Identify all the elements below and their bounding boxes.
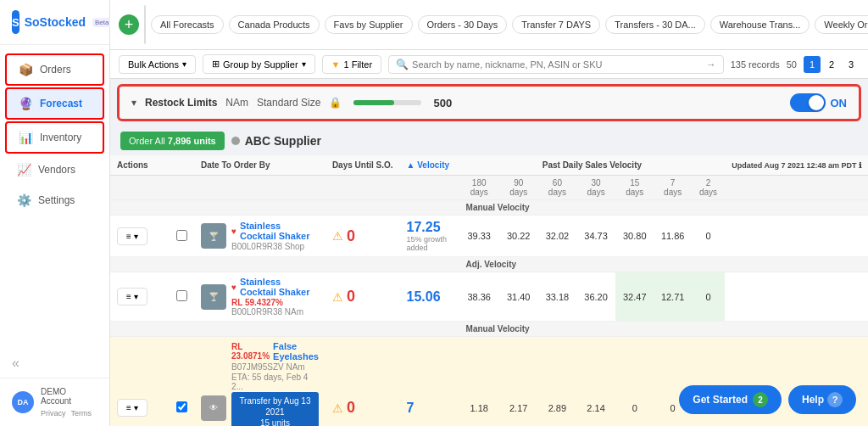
row3-end bbox=[725, 322, 868, 337]
warehouse-trans-tab[interactable]: Warehouse Trans... bbox=[710, 15, 810, 34]
row3-actions: ≡ ▾ bbox=[110, 337, 170, 427]
row2-thumb: 🍸 bbox=[201, 284, 226, 310]
order-all-units: 7,896 units bbox=[168, 136, 216, 146]
transfer-button[interactable]: Transfer by Aug 13 202115 units bbox=[231, 392, 319, 426]
page-1[interactable]: 1 bbox=[804, 56, 821, 73]
add-button[interactable]: + bbox=[119, 14, 139, 35]
days-180: 180 days bbox=[459, 176, 499, 200]
group-by-button[interactable]: ⊞ Group by Supplier ▾ bbox=[203, 54, 315, 74]
sidebar-item-forecast[interactable]: 🔮 Forecast bbox=[5, 87, 104, 120]
row1-90: 30.22 bbox=[499, 216, 538, 257]
order-all-button[interactable]: Order All 7,896 units bbox=[120, 132, 225, 150]
row1-product: 🍸 ♥ Stainless Cocktail Shaker B00L0R9R38… bbox=[194, 216, 326, 257]
row3-action-btns: Transfer by Aug 13 202115 units Order by… bbox=[231, 392, 319, 426]
group-by-chevron: ▾ bbox=[302, 59, 306, 69]
restock-label: Restock Limits bbox=[145, 97, 217, 109]
row2-zero: 0 bbox=[347, 288, 355, 305]
help-question-icon: ? bbox=[827, 392, 843, 407]
forecast-icon: 🔮 bbox=[19, 97, 33, 110]
row1-heart: ♥ bbox=[231, 227, 236, 236]
all-forecasts-tab[interactable]: All Forecasts bbox=[151, 15, 224, 34]
main-content: + Orders by Supplier ▾ All Forecasts Can… bbox=[110, 0, 868, 426]
settings-icon: ⚙️ bbox=[17, 193, 31, 207]
row2-asin: RL 59.4327% B00L0R9R38 NAm bbox=[231, 298, 319, 317]
row2-warning-icon: ⚠ bbox=[332, 290, 343, 304]
row1-7: 11.86 bbox=[654, 216, 692, 257]
restock-toggle[interactable] bbox=[790, 93, 826, 112]
row3-velocity-type: Manual Velocity bbox=[459, 322, 726, 337]
sidebar-nav: 📦 Orders 🔮 Forecast 📊 Inventory 📈 Vendor… bbox=[0, 45, 109, 349]
row1-title[interactable]: ♥ Stainless Cocktail Shaker bbox=[231, 221, 319, 241]
row2-title[interactable]: ♥ Stainless Cocktail Shaker bbox=[231, 277, 319, 297]
orders-by-supplier-main[interactable]: Orders by Supplier bbox=[145, 6, 146, 43]
row3-15: 0 bbox=[615, 337, 654, 427]
row1-15: 30.80 bbox=[615, 216, 654, 257]
row2-checkbox[interactable] bbox=[176, 290, 187, 301]
row1-vel-sub: 15% growthadded bbox=[407, 235, 453, 252]
lock-icon: 🔒 bbox=[329, 97, 342, 109]
row2-30: 36.20 bbox=[576, 272, 615, 322]
row2-velocity-type: Adj. Velocity bbox=[459, 257, 726, 272]
row3-eta: ETA: 55 days, Feb 4 2... bbox=[231, 373, 319, 391]
filter-button[interactable]: ▼ 1 Filter bbox=[322, 55, 382, 74]
terms-link[interactable]: Terms bbox=[71, 409, 92, 418]
col-past-velocity: Past Daily Sales Velocity bbox=[459, 155, 726, 176]
privacy-link[interactable]: Privacy bbox=[41, 409, 66, 418]
restock-bar: ▾ Restock Limits NAm Standard Size 🔒 500… bbox=[117, 84, 861, 121]
page-3[interactable]: 3 bbox=[843, 56, 860, 73]
row3-checkbox[interactable] bbox=[176, 401, 187, 412]
slider-fill bbox=[353, 100, 394, 105]
toolbar: Bulk Actions ▾ ⊞ Group by Supplier ▾ ▼ 1… bbox=[110, 50, 868, 79]
row3-30: 2.14 bbox=[576, 337, 615, 427]
row3-title[interactable]: RL 23.0871% False Eyelashes bbox=[231, 341, 319, 362]
transfer-7-tab[interactable]: Transfer 7 DAYS bbox=[512, 15, 600, 34]
page-2[interactable]: 2 bbox=[823, 56, 840, 73]
days-15: 15 days bbox=[615, 176, 654, 200]
forecast-label: Forecast bbox=[40, 98, 82, 109]
days-2: 2 days bbox=[692, 176, 726, 200]
row1-menu[interactable]: ≡ ▾ bbox=[117, 227, 147, 245]
sidebar-footer: DA DEMO Account Privacy Terms bbox=[0, 378, 109, 426]
sidebar-item-settings[interactable]: ⚙️ Settings bbox=[5, 186, 104, 215]
row3-warning: ⚠ 0 bbox=[332, 399, 393, 417]
col-checkbox bbox=[170, 155, 194, 176]
account-name: DEMO Account bbox=[41, 387, 97, 406]
favs-by-supplier-tab[interactable]: Favs by Supplier bbox=[325, 15, 413, 34]
supplier-row: Order All 7,896 units ABC Supplier bbox=[110, 126, 868, 155]
sidebar-collapse-btn[interactable]: « bbox=[0, 349, 109, 378]
orders-by-supplier-tab[interactable]: Orders by Supplier ▾ bbox=[144, 5, 146, 44]
row3-product: 👁 RL 23.0871% False Eyelashes B07JM95SZV… bbox=[194, 337, 326, 427]
orders-label: Orders bbox=[40, 64, 71, 76]
inventory-icon: 📊 bbox=[19, 131, 33, 144]
orders-30-tab[interactable]: Orders - 30 Days bbox=[418, 15, 508, 34]
row3-velocity: 7 bbox=[400, 337, 459, 427]
transfers-30-tab[interactable]: Transfers - 30 DA... bbox=[605, 15, 705, 34]
row1-checkbox[interactable] bbox=[176, 230, 187, 241]
row2-vel-val: 15.06 bbox=[407, 289, 453, 305]
row3-asin: B07JM95SZV NAm bbox=[231, 362, 319, 372]
bulk-actions-chevron: ▾ bbox=[182, 59, 186, 69]
row3-checkbox-cell bbox=[170, 337, 194, 427]
canada-products-tab[interactable]: Canada Products bbox=[229, 15, 320, 34]
weekly-orders-tab[interactable]: Weekly Orders bbox=[815, 15, 868, 34]
sidebar-item-vendors[interactable]: 📈 Vendors bbox=[5, 155, 104, 184]
row1-end bbox=[725, 200, 868, 216]
subheader-spacer bbox=[110, 176, 459, 200]
bulk-actions-button[interactable]: Bulk Actions ▾ bbox=[119, 55, 196, 74]
sidebar-item-inventory[interactable]: 📊 Inventory bbox=[5, 121, 104, 154]
slider-track[interactable] bbox=[353, 100, 421, 105]
row2-menu[interactable]: ≡ ▾ bbox=[117, 288, 147, 305]
row1-30: 34.73 bbox=[576, 216, 615, 257]
filter-label: 1 Filter bbox=[343, 59, 372, 70]
topbar: + Orders by Supplier ▾ All Forecasts Can… bbox=[110, 0, 868, 50]
search-input[interactable] bbox=[412, 59, 703, 70]
row2-90: 31.40 bbox=[499, 272, 538, 322]
sidebar-item-orders[interactable]: 📦 Orders bbox=[5, 53, 104, 86]
days-7: 7 days bbox=[654, 176, 692, 200]
help-button[interactable]: Help ? bbox=[788, 385, 856, 414]
row3-menu[interactable]: ≡ ▾ bbox=[117, 399, 147, 417]
row2-details: ♥ Stainless Cocktail Shaker RL 59.4327% … bbox=[231, 277, 319, 317]
row2-end bbox=[725, 257, 868, 272]
get-started-button[interactable]: Get Started 2 bbox=[679, 385, 782, 414]
settings-label: Settings bbox=[38, 194, 75, 206]
